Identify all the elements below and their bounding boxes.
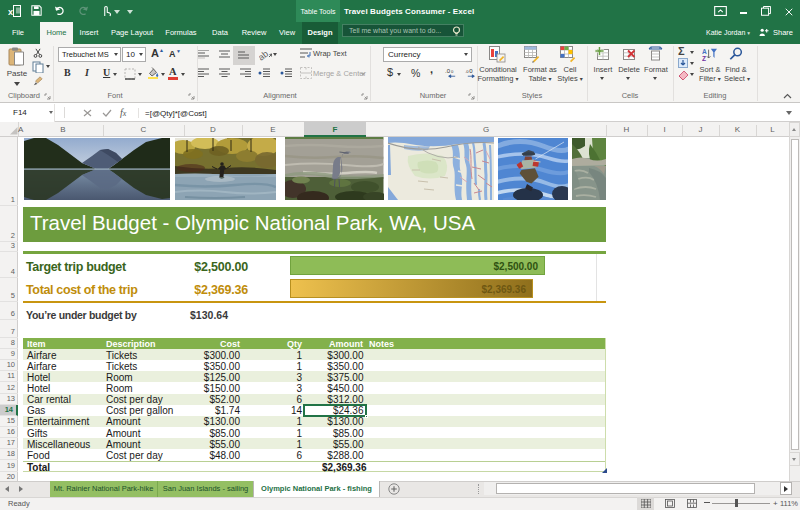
svg-text:ab: ab: [259, 49, 270, 61]
svg-text:Z: Z: [702, 55, 706, 62]
svg-text:A: A: [702, 48, 707, 55]
svg-text:x: x: [8, 7, 13, 17]
svg-text:0: 0: [451, 69, 454, 74]
svg-text:.0: .0: [445, 68, 451, 74]
